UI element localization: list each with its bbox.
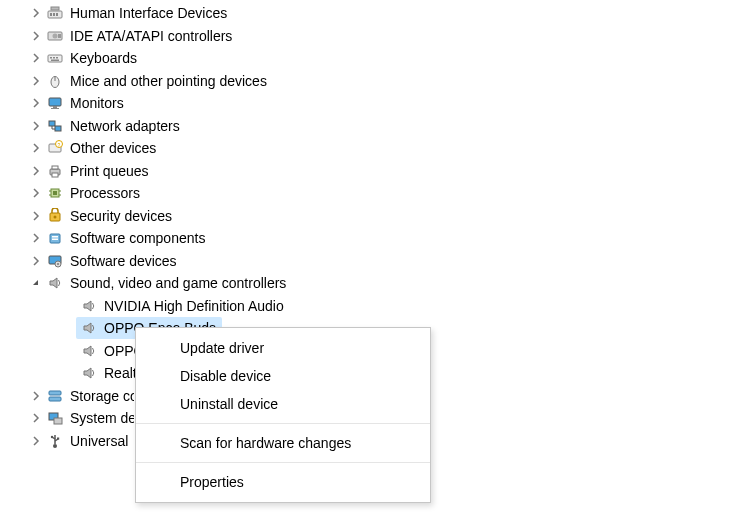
tree-node-label: Security devices [70,207,174,225]
tree-node-monitors[interactable]: Monitors [12,92,756,115]
svg-rect-2 [53,13,55,16]
chevron-down-icon[interactable] [28,275,44,291]
ide-icon [46,27,64,45]
security-icon [46,207,64,225]
chevron-right-icon[interactable] [28,410,44,426]
svg-rect-27 [53,191,57,195]
tree-node-human-interface-devices[interactable]: Human Interface Devices [12,2,756,25]
menu-item-scan[interactable]: Scan for hardware changes [136,429,430,457]
softdev-icon [46,252,64,270]
sound-icon [46,274,64,292]
svg-rect-10 [53,57,55,59]
svg-point-33 [54,215,57,218]
tree-node-software-components[interactable]: Software components [12,227,756,250]
tree-node-label: Mice and other pointing devices [70,72,269,90]
tree-node-label: Human Interface Devices [70,4,229,22]
tree-node-sound-video-and-game-controllers[interactable]: Sound, video and game controllers [12,272,756,295]
menu-item-properties[interactable]: Properties [136,468,430,496]
chevron-right-icon[interactable] [28,118,44,134]
tree-node-ide-ata-atapi-controllers[interactable]: IDE ATA/ATAPI controllers [12,25,756,48]
tree-node-label: Universal Serial Bus controllers [70,432,130,450]
svg-point-6 [53,33,58,38]
chevron-right-icon[interactable] [28,230,44,246]
tree-node-label: Keyboards [70,49,139,67]
chevron-right-icon[interactable] [28,50,44,66]
menu-separator [136,462,430,463]
printer-icon [46,162,64,180]
tree-node-label: System devices [70,409,134,427]
svg-point-44 [53,444,57,448]
storage-icon [46,387,64,405]
svg-rect-16 [53,106,57,108]
menu-item-uninstall[interactable]: Uninstall device [136,390,430,418]
chevron-right-icon[interactable] [28,5,44,21]
speaker-icon [80,297,98,315]
cpu-icon [46,184,64,202]
svg-rect-18 [49,121,55,126]
chevron-right-icon[interactable] [28,388,44,404]
tree-node-label: IDE ATA/ATAPI controllers [70,27,234,45]
svg-rect-7 [58,34,61,38]
svg-rect-41 [49,397,61,401]
tree-node-network-adapters[interactable]: Network adapters [12,115,756,138]
svg-rect-43 [54,418,62,424]
tree-node-label: Monitors [70,94,126,112]
chevron-right-icon[interactable] [28,185,44,201]
tree-node-other-devices[interactable]: ?Other devices [12,137,756,160]
svg-rect-9 [50,57,52,59]
svg-rect-36 [52,239,58,241]
tree-child-label: NVIDIA High Definition Audio [104,297,286,315]
svg-text:?: ? [58,142,61,148]
tree-node-label: Network adapters [70,117,182,135]
tree-node-label: Software components [70,229,207,247]
usb-icon [46,432,64,450]
system-icon [46,409,64,427]
speaker-icon [80,319,98,337]
tree-node-print-queues[interactable]: Print queues [12,160,756,183]
menu-item-disable[interactable]: Disable device [136,362,430,390]
tree-node-label: Other devices [70,139,158,157]
tree-node-processors[interactable]: Processors [12,182,756,205]
svg-rect-25 [52,173,58,177]
tree-node-mice-and-other-pointing-devices[interactable]: Mice and other pointing devices [12,70,756,93]
tree-node-software-devices[interactable]: Software devices [12,250,756,273]
chevron-right-icon[interactable] [28,73,44,89]
chevron-right-icon[interactable] [28,208,44,224]
mouse-icon [46,72,64,90]
hid-icon [46,4,64,22]
menu-item-update[interactable]: Update driver [136,334,430,362]
svg-rect-15 [49,98,61,106]
tree-node-label: Sound, video and game controllers [70,274,288,292]
network-icon [46,117,64,135]
tree-node-label: Processors [70,184,142,202]
svg-rect-47 [57,437,59,439]
tree-child-nvidia-high-definition-audio[interactable]: NVIDIA High Definition Audio [12,295,756,318]
svg-rect-3 [56,13,58,16]
keyboard-icon [46,49,64,67]
svg-rect-11 [56,57,58,59]
svg-rect-35 [52,236,58,238]
chevron-right-icon[interactable] [28,28,44,44]
chevron-right-icon[interactable] [28,163,44,179]
tree-node-keyboards[interactable]: Keyboards [12,47,756,70]
speaker-icon [80,342,98,360]
context-menu: Update driverDisable deviceUninstall dev… [135,327,431,503]
component-icon [46,229,64,247]
tree-child-label: Realtek(R) Audio [104,364,138,382]
svg-point-39 [57,263,59,265]
tree-node-label: Storage controllers [70,387,134,405]
chevron-right-icon[interactable] [28,433,44,449]
svg-rect-1 [50,13,52,16]
svg-point-46 [51,436,53,438]
svg-rect-12 [51,60,59,62]
chevron-right-icon[interactable] [28,95,44,111]
tree-node-label: Print queues [70,162,151,180]
speaker-icon [80,364,98,382]
svg-rect-17 [51,108,59,109]
chevron-right-icon[interactable] [28,140,44,156]
monitor-icon [46,94,64,112]
other-icon: ? [46,139,64,157]
chevron-right-icon[interactable] [28,253,44,269]
svg-rect-24 [52,166,58,169]
tree-node-security-devices[interactable]: Security devices [12,205,756,228]
